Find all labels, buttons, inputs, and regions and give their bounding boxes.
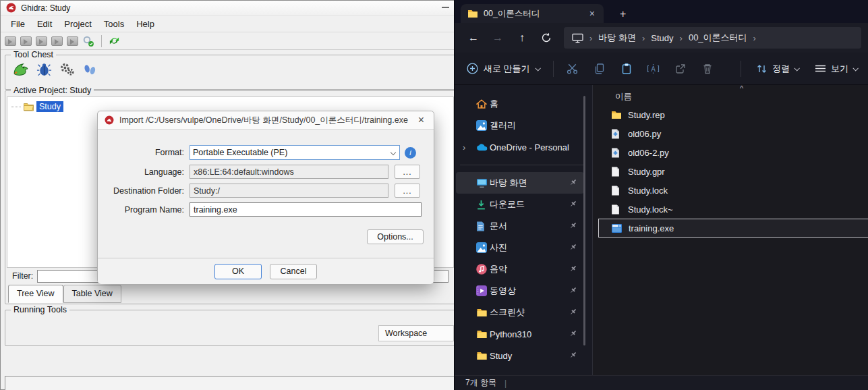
chevron-right-icon: › xyxy=(680,33,683,43)
sidebar-item-videos[interactable]: 동영상 xyxy=(456,280,584,302)
view-button[interactable]: 보기 xyxy=(808,63,864,75)
new-item-button[interactable]: 새로 만들기 xyxy=(459,63,548,75)
sidebar-item-desktop[interactable]: 바탕 화면 xyxy=(456,172,584,194)
project-tree-node[interactable]: Study xyxy=(7,97,453,112)
menu-tools[interactable]: Tools xyxy=(98,18,130,30)
cut-icon[interactable] xyxy=(559,57,586,81)
menu-project[interactable]: Project xyxy=(58,18,97,30)
project-action-icon-2[interactable] xyxy=(20,36,32,46)
sidebar-item-downloads[interactable]: 다운로드 xyxy=(456,194,584,215)
project-action-icon-5[interactable] xyxy=(67,36,78,46)
sidebar-item-label: 사진 xyxy=(490,242,507,254)
refresh-icon[interactable] xyxy=(109,35,120,47)
forward-icon[interactable]: → xyxy=(486,32,510,44)
file-row-study-rep[interactable]: Study.rep xyxy=(598,105,868,124)
project-action-icon-4[interactable] xyxy=(51,36,63,46)
pin-icon xyxy=(569,329,577,337)
file-row-training-exe[interactable]: training.exe xyxy=(598,219,868,238)
sidebar-item-gallery[interactable]: 갤러리 xyxy=(456,115,584,136)
ghidra-logo-icon xyxy=(105,115,114,125)
sidebar-scrollbar[interactable] xyxy=(583,96,585,345)
view-tabs: Tree View Table View xyxy=(8,285,121,303)
ghidra-titlebar[interactable]: Ghidra: Study xyxy=(1,1,459,16)
chevron-down-icon xyxy=(852,65,858,71)
folder-icon xyxy=(476,307,488,318)
format-combobox[interactable]: Portable Executable (PE) xyxy=(190,145,400,160)
project-action-icon-3[interactable] xyxy=(36,36,47,46)
explorer-body: 홈 갤러리 › OneDrive - Personal xyxy=(455,85,868,375)
minimize-button[interactable] xyxy=(442,7,449,8)
gears-icon[interactable] xyxy=(59,63,76,76)
file-row-study-lock-tilde[interactable]: Study.lock~ xyxy=(598,200,868,219)
sidebar-item-screenshots[interactable]: 스크린샷 xyxy=(456,302,584,323)
program-name-input[interactable]: training.exe xyxy=(190,202,422,217)
program-name-row: Program Name: training.exe xyxy=(98,202,422,217)
pin-icon xyxy=(569,286,577,294)
language-browse-button[interactable]: ... xyxy=(395,165,420,179)
sidebar-item-music[interactable]: 음악 xyxy=(456,258,584,280)
sidebar-item-onedrive[interactable]: › OneDrive - Personal xyxy=(456,136,584,158)
column-header-name[interactable]: 이름 xyxy=(593,88,868,105)
file-row-study-lock[interactable]: Study.lock xyxy=(598,181,868,200)
options-button[interactable]: Options... xyxy=(367,229,424,244)
breadcrumb-study[interactable]: Study xyxy=(651,33,673,43)
file-row-old06-2-py[interactable]: old06-2.py xyxy=(598,143,868,162)
paste-icon[interactable] xyxy=(613,57,640,81)
copy-icon[interactable] xyxy=(586,57,613,81)
file-row-old06-py[interactable]: old06.py xyxy=(598,124,868,143)
ghidra-logo-icon xyxy=(6,3,16,13)
menu-edit[interactable]: Edit xyxy=(31,18,58,30)
sidebar-item-pictures[interactable]: 사진 xyxy=(456,237,584,258)
tree-node-label[interactable]: Study xyxy=(36,101,63,112)
delete-icon[interactable] xyxy=(694,57,721,81)
import-dialog-title: Import /C:/Users/vulpe/OneDrive/바탕 화면/St… xyxy=(119,115,410,126)
sidebar-item-python310[interactable]: Python310 xyxy=(456,323,584,345)
back-icon[interactable]: ← xyxy=(461,32,486,44)
refresh-icon[interactable] xyxy=(534,32,558,43)
ghidra-menubar: File Edit Project Tools Help xyxy=(1,16,459,32)
cancel-button[interactable]: Cancel xyxy=(270,264,317,279)
destination-folder-field: Study:/ xyxy=(190,184,388,198)
destination-folder-label: Destination Folder: xyxy=(98,186,184,196)
sidebar-item-label: 스크린샷 xyxy=(490,306,525,318)
debugger-bug-icon[interactable] xyxy=(36,63,52,76)
desktop-monitor-icon xyxy=(572,33,583,43)
close-icon[interactable]: × xyxy=(415,114,427,126)
project-action-icon-1[interactable] xyxy=(5,36,16,46)
new-tab-icon[interactable]: + xyxy=(616,8,630,23)
address-bar[interactable]: › 바탕 화면 › Study › 00_이론스터디 › xyxy=(564,27,861,49)
file-name: Study.gpr xyxy=(628,167,665,177)
up-icon[interactable]: ↑ xyxy=(510,32,534,44)
file-row-study-gpr[interactable]: Study.gpr xyxy=(598,162,868,181)
sort-ascending-caret[interactable]: ^ xyxy=(740,84,743,92)
sort-button[interactable]: 정렬 xyxy=(749,63,805,75)
tab-close-icon[interactable]: × xyxy=(587,8,597,19)
breadcrumb-current-folder[interactable]: 00_이론스터디 xyxy=(689,32,747,44)
codebrowser-dragon-icon[interactable] xyxy=(12,62,30,77)
info-icon[interactable]: i xyxy=(405,147,416,159)
ghidra-toolbar xyxy=(1,32,459,50)
sidebar-item-documents[interactable]: 문서 xyxy=(456,215,584,237)
import-dialog-titlebar[interactable]: Import /C:/Users/vulpe/OneDrive/바탕 화면/St… xyxy=(98,111,434,130)
tab-tree-view[interactable]: Tree View xyxy=(8,285,63,303)
python-file-icon xyxy=(611,148,622,158)
folder-icon xyxy=(476,350,488,361)
new-item-label: 새로 만들기 xyxy=(484,63,530,75)
footprints-icon[interactable] xyxy=(82,63,97,76)
search-check-icon[interactable] xyxy=(82,35,94,47)
download-arrow-icon xyxy=(476,199,488,210)
destination-browse-button[interactable]: ... xyxy=(395,184,420,198)
ok-button[interactable]: OK xyxy=(214,264,262,279)
workspace-button[interactable]: Workspace xyxy=(378,325,454,341)
tab-table-view[interactable]: Table View xyxy=(63,285,121,303)
sidebar-item-study[interactable]: Study xyxy=(456,345,584,366)
explorer-tab[interactable]: 00_이론스터디 × xyxy=(461,4,604,23)
menu-file[interactable]: File xyxy=(5,18,31,30)
share-icon[interactable] xyxy=(667,57,694,81)
breadcrumb-desktop[interactable]: 바탕 화면 xyxy=(598,32,636,44)
menu-help[interactable]: Help xyxy=(130,18,161,30)
expander-chevron-icon[interactable]: › xyxy=(463,142,465,152)
sidebar-item-home[interactable]: 홈 xyxy=(456,93,584,115)
tab-title: 00_이론스터디 xyxy=(484,8,582,20)
rename-icon[interactable]: A xyxy=(640,57,667,81)
